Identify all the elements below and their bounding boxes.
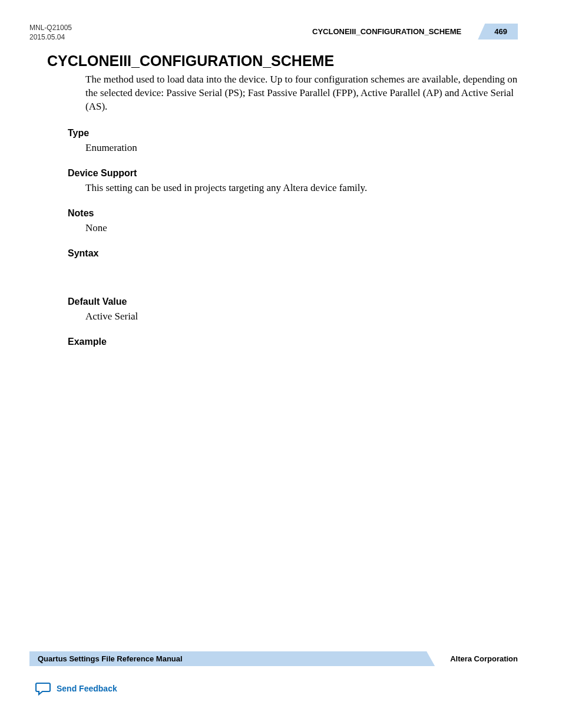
document-date: 2015.05.04 — [29, 33, 72, 42]
notes-label: Notes — [68, 208, 518, 219]
document-id-block: MNL-Q21005 2015.05.04 — [29, 24, 72, 42]
device-support-value: This setting can be used in projects tar… — [85, 182, 518, 194]
header-right: CYCLONEIII_CONFIGURATION_SCHEME 469 — [312, 24, 518, 39]
type-label: Type — [68, 128, 518, 139]
send-feedback-link[interactable]: Send Feedback — [35, 681, 117, 696]
header-topic: CYCLONEIII_CONFIGURATION_SCHEME — [312, 27, 461, 36]
default-value-value: Active Serial — [85, 311, 518, 322]
send-feedback-label[interactable]: Send Feedback — [57, 684, 117, 693]
intro-paragraph: The method used to load data into the de… — [85, 73, 518, 114]
page-header: MNL-Q21005 2015.05.04 CYCLONEIII_CONFIGU… — [29, 24, 518, 42]
main-heading: CYCLONEIII_CONFIGURATION_SCHEME — [47, 52, 518, 70]
notes-value: None — [85, 222, 518, 234]
syntax-label: Syntax — [68, 248, 518, 259]
speech-bubble-icon — [35, 681, 51, 696]
footer-bar: Quartus Settings File Reference Manual A… — [29, 651, 518, 666]
document-id: MNL-Q21005 — [29, 24, 72, 33]
default-value-label: Default Value — [68, 297, 518, 307]
example-label: Example — [68, 337, 518, 347]
footer-manual-title: Quartus Settings File Reference Manual — [29, 651, 435, 666]
device-support-label: Device Support — [68, 168, 518, 179]
page-number: 469 — [478, 24, 518, 39]
type-value: Enumeration — [85, 142, 518, 154]
footer-company: Altera Corporation — [434, 654, 518, 663]
